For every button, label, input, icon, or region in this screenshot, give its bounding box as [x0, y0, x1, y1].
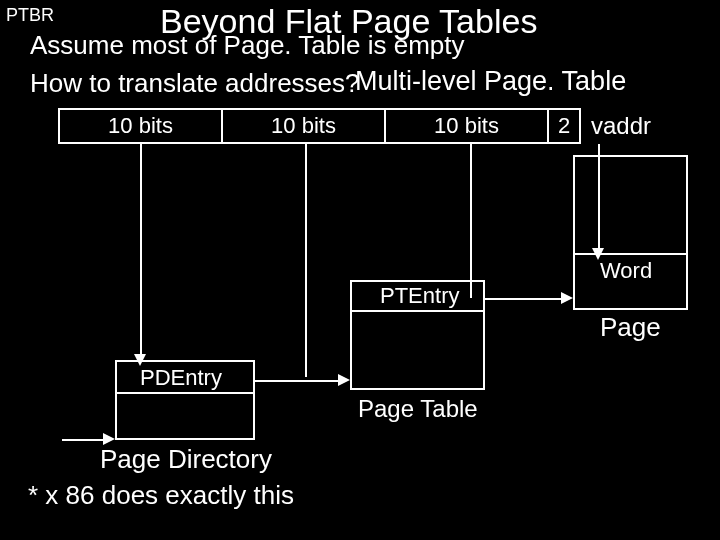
assumption-text: Assume most of Page. Table is empty	[30, 30, 465, 61]
ptbr-box: PTBR	[0, 0, 60, 30]
vaddr-field-2: 10 bits	[221, 108, 386, 144]
pagetable-label: Page Table	[358, 395, 478, 423]
slide: Beyond Flat Page Tables Assume most of P…	[0, 0, 720, 540]
vaddr-row: 10 bits 10 bits 10 bits 2 vaddr	[58, 108, 651, 144]
pdentry-label: PDEntry	[140, 365, 222, 391]
vaddr-field-3: 10 bits	[384, 108, 549, 144]
vaddr-field-offset: 2	[547, 108, 581, 144]
arrow-bits1-down	[140, 144, 142, 358]
arrowhead-offset-to-word	[592, 248, 604, 260]
arrowhead-ptentry-to-page	[561, 292, 573, 304]
arrow-ptbr-to-pd	[62, 439, 103, 441]
arrow-bits3-down	[470, 144, 472, 298]
vaddr-label: vaddr	[591, 112, 651, 140]
answer-text: Multi-level Page. Table	[355, 66, 626, 97]
arrowhead-bits1-to-pd	[134, 354, 146, 366]
page-box	[573, 155, 688, 310]
arrow-bits2-down	[305, 144, 307, 377]
word-divider	[573, 253, 688, 255]
footnote-text: * x 86 does exactly this	[28, 480, 294, 511]
vaddr-field-1: 10 bits	[58, 108, 223, 144]
arrowhead-pdentry-to-pagetable	[338, 374, 350, 386]
arrow-pdentry-to-pagetable	[255, 380, 338, 382]
question-text: How to translate addresses?	[30, 68, 360, 99]
arrow-ptentry-to-page	[485, 298, 561, 300]
arrowhead-ptbr-to-pd	[103, 433, 115, 445]
ptentry-label: PTEntry	[380, 283, 459, 309]
pdentry-divider	[115, 392, 255, 394]
word-label: Word	[600, 258, 652, 284]
page-label: Page	[600, 312, 661, 343]
arrow-offset-to-word	[598, 144, 600, 252]
pagedirectory-label: Page Directory	[100, 444, 272, 475]
ptentry-divider	[350, 310, 485, 312]
